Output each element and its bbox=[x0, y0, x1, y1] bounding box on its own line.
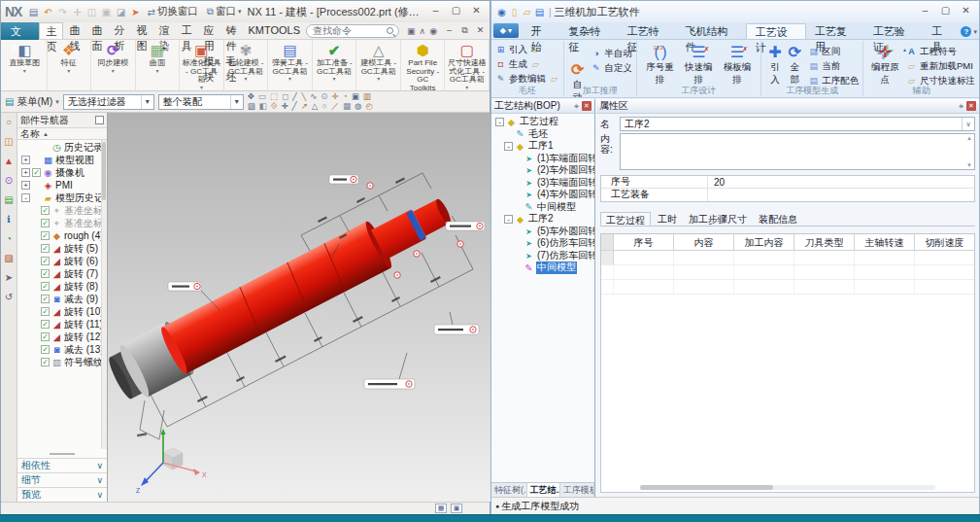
checkbox-icon[interactable]: ✓ bbox=[41, 257, 50, 265]
ribbon-button[interactable]: 建模工具 - GC工具箱 ▾ bbox=[356, 40, 401, 90]
checkbox-icon[interactable]: ✓ bbox=[41, 219, 50, 227]
ribbon-button[interactable]: 尺寸快速格式化工具 - GC工具箱 ▾ bbox=[445, 40, 490, 90]
properties-tab[interactable]: 工艺过程 bbox=[600, 212, 651, 226]
table-row[interactable] bbox=[601, 251, 974, 265]
mini-toolbar-icon[interactable]: ○ bbox=[321, 102, 326, 111]
mini-toolbar-icon[interactable]: ⬚ bbox=[270, 92, 278, 101]
resource-bar-icon[interactable]: ▲ bbox=[4, 157, 14, 166]
tree-expander-icon[interactable]: + bbox=[21, 156, 30, 164]
search-icon[interactable] bbox=[387, 27, 393, 34]
ribbon-tab[interactable]: 工艺复用 bbox=[807, 23, 864, 39]
mini-toolbar-icon[interactable]: ⊙ bbox=[321, 92, 327, 101]
checkbox-icon[interactable]: ✓ bbox=[41, 345, 50, 354]
mini-toolbar-icon[interactable]: ✚ bbox=[281, 102, 287, 111]
mini-toolbar-icon[interactable]: ／ bbox=[331, 102, 340, 111]
resource-bar-icon[interactable]: ▤ bbox=[4, 195, 13, 205]
ribbon-tab[interactable]: 工艺验证 bbox=[865, 23, 923, 39]
ribbon-tab[interactable]: 铸件毛坯 bbox=[220, 22, 242, 39]
qat-icon[interactable]: ↷ bbox=[56, 7, 68, 17]
navigator-section-header[interactable]: 预览 ∨ bbox=[17, 487, 107, 502]
process-tree-item[interactable]: 中间模型 bbox=[491, 201, 594, 214]
ribbon-big-button[interactable]: 快速编排 bbox=[679, 44, 718, 87]
checkbox-icon[interactable]: ✓ bbox=[41, 307, 50, 316]
navigator-item[interactable]: ✓ 旋转 (10) bbox=[17, 305, 107, 318]
ribbon-big-button[interactable]: 引入 bbox=[765, 44, 785, 87]
mini-toolbar-icon[interactable]: ◴ bbox=[366, 102, 373, 111]
resource-bar-icon[interactable]: ◔ bbox=[6, 234, 12, 244]
ribbon-small-button[interactable]: 工程符号 bbox=[906, 46, 975, 58]
file-menu-button[interactable]: 文件(F) bbox=[1, 22, 39, 40]
switch-window-button[interactable]: ⇄切换窗口 bbox=[144, 5, 200, 18]
mini-toolbar-icon[interactable]: ∿ bbox=[310, 92, 317, 101]
column-header[interactable]: 刀具类型 bbox=[794, 234, 855, 250]
field-row[interactable]: 工艺装备 bbox=[601, 189, 974, 201]
checkbox-icon[interactable]: ✓ bbox=[41, 332, 50, 341]
qat-icon[interactable]: ➤ bbox=[129, 7, 141, 17]
menu-icon[interactable]: ▣ bbox=[407, 26, 416, 36]
mini-toolbar-icon[interactable]: ◍ bbox=[355, 102, 361, 111]
stamp-icon[interactable] bbox=[549, 74, 559, 85]
checkbox-icon[interactable]: ✓ bbox=[41, 282, 50, 291]
mini-toolbar-icon[interactable]: ▦ bbox=[343, 102, 351, 111]
ribbon-small-button[interactable]: 参数编辑 bbox=[495, 73, 559, 86]
checkbox-icon[interactable]: ✓ bbox=[41, 295, 50, 303]
ribbon-tab[interactable]: 工具 bbox=[175, 22, 197, 39]
scroll-up-icon[interactable]: ▲ bbox=[966, 135, 972, 141]
resource-bar-icon[interactable]: ○ bbox=[6, 118, 12, 127]
mini-toolbar-icon[interactable]: ▭ bbox=[258, 92, 266, 101]
ribbon-tab[interactable]: KMTOOLS bbox=[242, 22, 306, 39]
resource-bar-icon[interactable]: ℹ bbox=[7, 215, 11, 225]
column-header[interactable]: 切削速度 bbox=[915, 234, 975, 250]
child-minimize-icon[interactable]: – bbox=[443, 25, 456, 36]
mini-toolbar-icon[interactable]: ╱ bbox=[292, 102, 297, 111]
column-header[interactable]: 加工内容 bbox=[734, 234, 794, 250]
process-tree-item[interactable]: (6)仿形车回转 bbox=[491, 237, 594, 250]
navigator-item[interactable]: + ✓ 摄像机 bbox=[17, 166, 107, 179]
minimize-button[interactable]: – bbox=[426, 5, 445, 18]
checkbox-icon[interactable]: ✓ bbox=[41, 320, 50, 329]
ribbon-tab[interactable]: 视图 bbox=[130, 22, 152, 39]
menu-icon[interactable]: ∧ bbox=[420, 26, 426, 36]
tree-expander-icon[interactable]: - bbox=[504, 215, 513, 224]
ribbon-button[interactable]: 特征 ▾ bbox=[48, 40, 92, 90]
mini-toolbar-icon[interactable]: ✛ bbox=[331, 92, 338, 101]
checkbox-icon[interactable]: ✓ bbox=[41, 269, 50, 278]
qat-icon[interactable]: ▤ bbox=[27, 7, 39, 17]
navigator-item[interactable]: ✓ 基准坐标系 bbox=[17, 204, 107, 217]
resource-bar-icon[interactable]: ↺ bbox=[5, 293, 13, 302]
ribbon-tab[interactable]: 分析 bbox=[108, 22, 130, 39]
qat-icon[interactable]: ▯ bbox=[508, 7, 521, 17]
process-tree-item[interactable]: (3)车端面回转 bbox=[491, 177, 594, 190]
ribbon-tab[interactable]: 开始 bbox=[524, 23, 560, 39]
resource-bar-icon[interactable]: ◫ bbox=[4, 137, 13, 147]
search-input[interactable] bbox=[306, 24, 399, 38]
help-icon[interactable]: ? bbox=[961, 26, 971, 37]
operation-name-dropdown[interactable]: 工序2 ∨ bbox=[620, 117, 975, 131]
tree-expander-icon[interactable]: - bbox=[495, 118, 504, 126]
ribbon-small-button[interactable]: 引入 bbox=[495, 44, 559, 56]
content-textarea[interactable]: ▲ ▼ bbox=[620, 133, 975, 170]
process-tree-item[interactable]: 毛坯 bbox=[491, 128, 594, 141]
checkbox-icon[interactable]: ✓ bbox=[41, 358, 50, 366]
stamp-icon[interactable] bbox=[530, 45, 541, 55]
tree-expander-icon[interactable]: + bbox=[21, 168, 30, 177]
mini-toolbar-icon[interactable]: ◻ bbox=[282, 92, 288, 101]
checkbox-icon[interactable]: ✓ bbox=[41, 206, 50, 215]
ribbon-tab[interactable]: 复杂特征 bbox=[560, 23, 618, 39]
navigator-item[interactable]: + ✓ 模型视图 bbox=[17, 154, 107, 166]
tree-expander-icon[interactable]: - bbox=[21, 193, 30, 202]
maximize-button[interactable]: ▢ bbox=[936, 5, 955, 18]
qat-icon[interactable]: ▤ bbox=[533, 7, 546, 17]
view-mode-icon[interactable]: ▦ bbox=[435, 504, 447, 513]
navigator-item[interactable]: ✓ 旋转 (5) bbox=[17, 242, 107, 255]
ribbon-tab[interactable]: 工艺特征 bbox=[619, 23, 676, 39]
navigator-item[interactable]: ✓ 旋转 (8) bbox=[17, 280, 107, 293]
mini-toolbar-icon[interactable]: ◔ bbox=[343, 92, 348, 101]
qat-icon[interactable]: ▱ bbox=[521, 7, 533, 17]
mini-toolbar-icon[interactable]: ◧ bbox=[259, 102, 267, 111]
resource-bar-icon[interactable]: ⊙ bbox=[5, 176, 13, 186]
mini-toolbar-icon[interactable]: ╱ bbox=[292, 92, 297, 101]
table-row[interactable] bbox=[601, 265, 974, 280]
navigator-column-header[interactable]: 名称 ▲ bbox=[17, 127, 107, 140]
graphics-viewport[interactable]: X Z bbox=[108, 113, 491, 502]
